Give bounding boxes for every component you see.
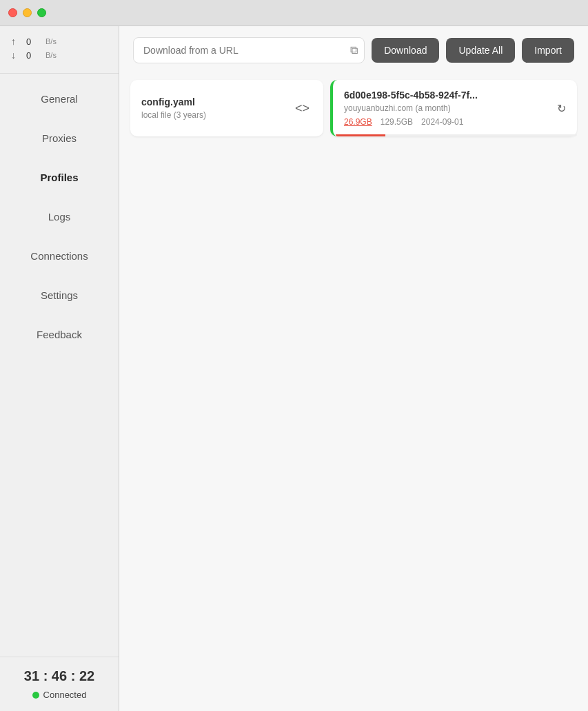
local-profile-info: config.yaml local file (3 years): [141, 96, 206, 120]
usage-progress-bar: [336, 134, 577, 136]
maximize-button[interactable]: [37, 8, 46, 17]
remote-profile-stats: 26.9GB 129.5GB 2024-09-01: [344, 117, 478, 127]
usage-progress-fill: [336, 134, 385, 136]
sidebar-item-general[interactable]: General: [6, 81, 113, 117]
sidebar-stats: ↑ 0 B/s ↓ 0 B/s: [0, 26, 119, 74]
remote-profile-card: 6d00e198-5f5c-4b58-924f-7f... youyuanbuz…: [330, 80, 577, 136]
timer-display: 31 : 46 : 22: [11, 668, 108, 684]
upload-value: 0: [26, 37, 40, 47]
sidebar-item-settings[interactable]: Settings: [6, 277, 113, 313]
copy-icon[interactable]: ⧉: [350, 44, 358, 56]
sidebar-item-logs[interactable]: Logs: [6, 198, 113, 235]
local-profile-name: config.yaml: [141, 96, 206, 107]
remote-profile-name: 6d00e198-5f5c-4b58-924f-7f...: [344, 90, 478, 101]
upload-arrow: ↑: [11, 36, 21, 47]
status-dot-icon: [32, 692, 39, 699]
sidebar-item-proxies[interactable]: Proxies: [6, 120, 113, 156]
sidebar-item-feedback[interactable]: Feedback: [6, 316, 113, 353]
upload-stat: ↑ 0 B/s: [11, 36, 108, 47]
upload-unit: B/s: [45, 37, 57, 45]
sidebar-item-connections[interactable]: Connections: [6, 238, 113, 274]
download-button[interactable]: Download: [372, 38, 439, 63]
download-unit: B/s: [45, 51, 57, 59]
sidebar-nav: General Proxies Profiles Logs Connection…: [0, 74, 119, 657]
download-arrow: ↓: [11, 50, 21, 61]
profile-row: config.yaml local file (3 years) <> 6d00…: [130, 80, 577, 136]
import-button[interactable]: Import: [522, 38, 574, 63]
minimize-button[interactable]: [23, 8, 32, 17]
toolbar: ⧉ Download Update All Import: [119, 26, 588, 74]
local-profile-card: config.yaml local file (3 years) <>: [130, 80, 323, 136]
url-input[interactable]: [133, 37, 365, 63]
sidebar: ↑ 0 B/s ↓ 0 B/s General Proxies Profiles…: [0, 26, 119, 711]
connection-status-label: Connected: [43, 690, 87, 700]
remote-used: 26.9GB: [344, 117, 372, 127]
remote-date: 2024-09-01: [421, 117, 463, 127]
remote-profile-info: 6d00e198-5f5c-4b58-924f-7f... youyuanbuz…: [344, 90, 478, 127]
download-stat: ↓ 0 B/s: [11, 50, 108, 61]
remote-profile-source: youyuanbuzhi.com (a month): [344, 103, 478, 113]
app-body: ↑ 0 B/s ↓ 0 B/s General Proxies Profiles…: [0, 26, 588, 711]
update-all-button[interactable]: Update All: [446, 38, 515, 63]
sidebar-bottom: 31 : 46 : 22 Connected: [0, 657, 119, 711]
remote-total: 129.5GB: [381, 117, 413, 127]
url-input-wrapper: ⧉: [133, 37, 365, 63]
sidebar-item-profiles[interactable]: Profiles: [6, 159, 113, 196]
connection-status: Connected: [11, 690, 108, 700]
main-content: ⧉ Download Update All Import config.yaml…: [119, 26, 588, 711]
title-bar: [0, 0, 588, 26]
download-value: 0: [26, 50, 40, 61]
refresh-icon[interactable]: ↻: [557, 102, 566, 115]
edit-icon[interactable]: <>: [292, 99, 312, 118]
close-button[interactable]: [8, 8, 17, 17]
profiles-area: config.yaml local file (3 years) <> 6d00…: [119, 74, 588, 711]
local-profile-meta: local file (3 years): [141, 110, 206, 120]
